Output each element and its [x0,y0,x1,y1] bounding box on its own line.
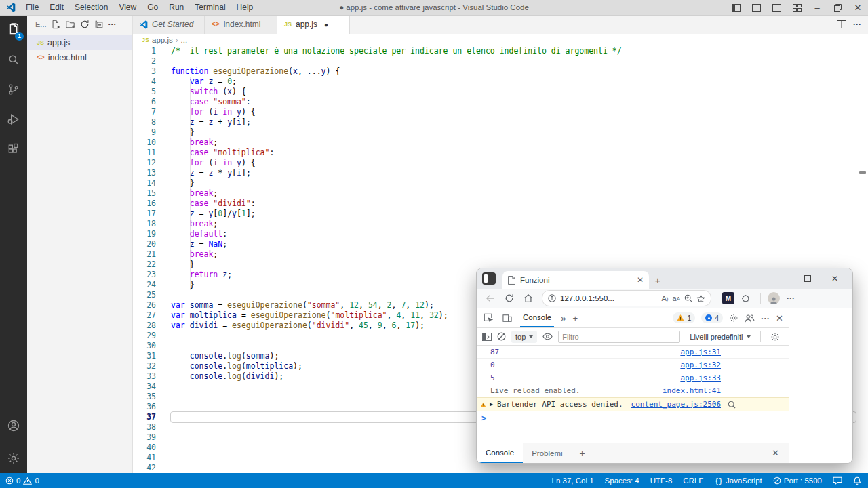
toggle-panel-icon[interactable] [746,0,766,15]
feedback-icon[interactable] [833,476,842,485]
notifications-bell-icon[interactable] [853,476,861,485]
errors-indicator[interactable]: 0 [5,476,20,485]
new-tab-button[interactable]: + [649,271,667,289]
drawer-add-icon[interactable]: + [572,443,593,463]
browser-tab[interactable]: Funzioni ✕ [502,271,649,289]
menu-selection[interactable]: Selection [69,0,113,15]
inspect-element-icon[interactable] [482,310,494,325]
browser-close-button[interactable]: ✕ [821,268,848,289]
customize-layout-icon[interactable] [787,0,807,15]
browser-minimize-button[interactable]: — [767,268,794,289]
toggle-secondary-sidebar-icon[interactable] [766,0,787,15]
menu-terminal[interactable]: Terminal [189,0,231,15]
refresh-icon[interactable] [80,20,90,29]
code-line-16[interactable]: 16 case "dividi": [132,199,868,209]
drawer-tab-console[interactable]: Console [477,443,523,463]
breadcrumb-more[interactable]: ... [181,36,188,44]
add-tab-icon[interactable]: + [572,313,578,323]
console-sidebar-icon[interactable] [482,333,492,341]
warnings-badge[interactable]: 1 [673,312,695,323]
console-filter-input[interactable] [558,331,680,343]
close-button[interactable]: ✕ [848,0,868,15]
code-line-17[interactable]: 17 z = y[0]/y[1]; [132,209,868,219]
menu-run[interactable]: Run [163,0,189,15]
devtools-more-icon[interactable]: ··· [761,313,770,323]
console-source-link[interactable]: content_page.js:2506 [631,400,721,409]
code-line-7[interactable]: 7 for (i in y) { [132,107,868,117]
site-info-icon[interactable] [548,294,556,302]
feedback-people-icon[interactable] [745,314,755,323]
code-line-9[interactable]: 9 } [132,127,868,138]
menu-edit[interactable]: Edit [44,0,69,15]
tab-workspaces-icon[interactable] [482,272,496,285]
code-line-15[interactable]: 15 break; [132,188,868,199]
refresh-page-icon[interactable] [501,291,517,306]
profile-avatar[interactable] [768,292,780,304]
editor-tab-app.js[interactable]: JSapp.js● [277,15,350,34]
url-text[interactable]: 127.0.0.1:550... [560,294,658,302]
toggle-sidebar-icon[interactable] [726,0,746,15]
devtools-settings-icon[interactable] [729,313,738,323]
split-editor-icon[interactable] [837,20,846,28]
favorites-star-icon[interactable] [696,294,705,303]
breadcrumb[interactable]: JS app.js › ... [132,34,868,46]
editor-scrollbar-marker[interactable] [859,171,866,174]
code-line-11[interactable]: 11 case "moltiplica": [132,148,868,158]
editor-tab-get-started[interactable]: Get Started [132,15,205,34]
status-port-5500[interactable]: Port : 5500 [773,476,822,485]
zoom-icon[interactable] [684,294,692,302]
context-selector[interactable]: top [511,331,537,343]
code-line-19[interactable]: 19 default: [132,229,868,239]
status-spaces-4[interactable]: Spaces: 4 [605,476,639,485]
tab-close-icon[interactable]: ✕ [637,275,644,285]
status-crlf[interactable]: CRLF [683,476,703,485]
settings-gear-icon[interactable] [0,443,27,473]
expand-arrow-icon[interactable]: ▶ [490,401,493,407]
address-bar[interactable]: 127.0.0.1:550... A) aA [542,290,711,306]
menu-help[interactable]: Help [231,0,259,15]
menu-view[interactable]: View [113,0,142,15]
drawer-tab-problemi[interactable]: Problemi [523,443,571,463]
code-line-42[interactable]: 42 [132,463,868,473]
code-line-2[interactable]: 2 [132,56,868,66]
read-aloud-icon[interactable]: A) [662,294,669,302]
translate-icon[interactable]: aA [673,294,680,302]
page-content[interactable] [789,308,852,463]
warnings-indicator[interactable]: 0 [23,476,39,485]
menu-go[interactable]: Go [142,0,163,15]
code-line-13[interactable]: 13 z = z * y[i]; [132,168,868,178]
file-item-index.html[interactable]: <>index.html [27,50,132,65]
search-icon[interactable] [0,45,27,75]
status-utf-8[interactable]: UTF-8 [650,476,673,485]
status-ln-37-col-1[interactable]: Ln 37, Col 1 [552,476,594,485]
editor-tab-index.html[interactable]: <>index.html [205,15,277,34]
device-toolbar-icon[interactable] [501,310,513,325]
m-extension-icon[interactable]: M [722,292,734,304]
live-expression-eye-icon[interactable] [542,333,553,340]
account-icon[interactable] [0,411,27,441]
devtools-console-tab[interactable]: Console [520,308,554,327]
drawer-close-icon[interactable]: ✕ [772,443,783,463]
devtools-close-icon[interactable]: ✕ [776,313,783,323]
collapse-all-icon[interactable] [94,20,104,29]
code-line-21[interactable]: 21 break; [132,249,868,260]
code-line-18[interactable]: 18 break; [132,219,868,229]
restore-button[interactable] [827,0,848,15]
log-levels-selector[interactable]: Livelli predefiniti [690,333,750,341]
console-source-link[interactable]: index.html:41 [663,386,721,395]
more-tabs-icon[interactable]: » [561,313,566,323]
editor-more-icon[interactable]: ··· [853,20,861,29]
console-source-link[interactable]: app.js:32 [680,361,721,369]
code-line-14[interactable]: 14 } [132,178,868,188]
status-javascript[interactable]: {}JavaScript [714,476,762,485]
code-line-10[interactable]: 10 break; [132,138,868,148]
clear-console-icon[interactable] [497,332,506,341]
messages-badge[interactable]: 4 [701,312,723,323]
code-line-3[interactable]: 3function eseguiOperazione(x, ...y) { [132,66,868,77]
console-settings-icon[interactable] [770,332,780,342]
extension-gear-icon[interactable] [737,291,753,306]
console-prompt[interactable]: > [477,411,789,425]
code-line-1[interactable]: 1/* il rest parameter è una notazione sp… [132,46,868,56]
code-line-8[interactable]: 8 z = z + y[i]; [132,117,868,127]
run-debug-icon[interactable] [0,104,27,134]
